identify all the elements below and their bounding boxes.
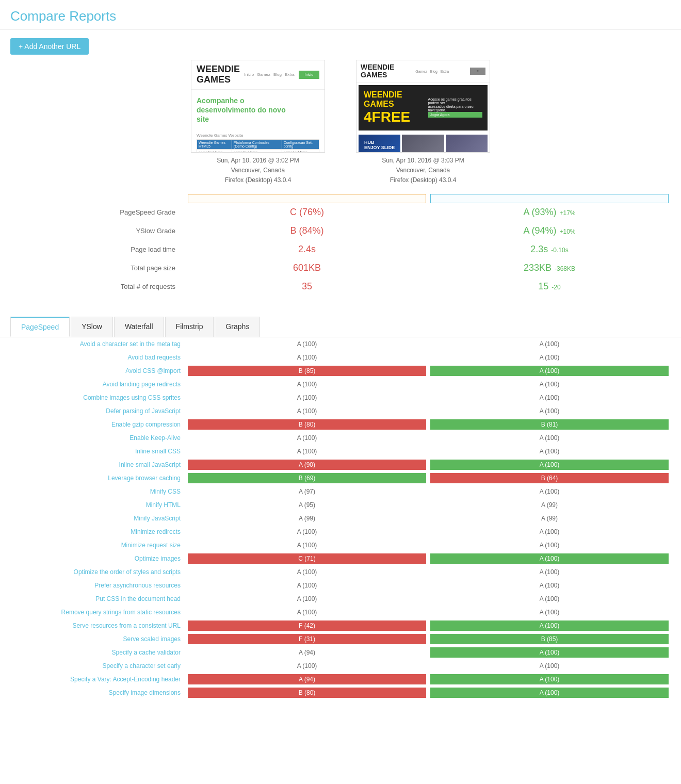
cell-2: A (100) — [428, 364, 671, 378]
tab-pagespeed[interactable]: PageSpeed — [10, 317, 70, 337]
cell-1: A (100) — [186, 606, 428, 619]
metric-value-2: A (94%)+10% — [430, 225, 669, 236]
row-label[interactable]: Specify a Vary: Accept-Encoding header — [10, 673, 186, 686]
cell-1: A (100) — [186, 525, 428, 538]
table-row: Remove query strings from static resourc… — [10, 606, 671, 619]
row-label[interactable]: Serve scaled images — [10, 632, 186, 646]
cell-1: A (100) — [186, 445, 428, 458]
row-label[interactable]: Enable Keep-Alive — [10, 431, 186, 445]
row-label[interactable]: Optimize images — [10, 552, 186, 565]
row-label[interactable]: Minimize request size — [10, 538, 186, 552]
table-row: Minimize redirectsA (100)A (100) — [10, 525, 671, 538]
row-label[interactable]: Leverage browser caching — [10, 471, 186, 485]
row-label[interactable]: Specify image dimensions — [10, 686, 186, 699]
row-label[interactable]: Put CSS in the document head — [10, 592, 186, 606]
cell-1: B (80) — [186, 686, 428, 699]
table-row: Serve scaled imagesF (31)B (85) — [10, 632, 671, 646]
cell-2: A (100) — [428, 552, 671, 565]
metrics-rows: PageSpeed GradeC (76%)A (93%)+17%YSlow G… — [10, 203, 671, 296]
metrics-labels-spacer — [10, 194, 186, 203]
table-row: Avoid CSS @importB (85)A (100) — [10, 364, 671, 378]
table-row: Optimize the order of styles and scripts… — [10, 565, 671, 579]
metric-row: Total # of requests3515-20 — [10, 277, 671, 296]
screenshot-2-info: Sun, Apr 10, 2016 @ 3:03 PM Vancouver, C… — [382, 156, 464, 186]
cell-1: A (94) — [186, 646, 428, 659]
cell-1: C (71) — [186, 552, 428, 565]
screenshot-1-info: Sun, Apr 10, 2016 @ 3:02 PM Vancouver, C… — [217, 156, 299, 186]
row-label[interactable]: Defer parsing of JavaScript — [10, 404, 186, 418]
row-label[interactable]: Minify JavaScript — [10, 512, 186, 525]
cell-1: A (100) — [186, 565, 428, 579]
cell-1: A (97) — [186, 485, 428, 498]
row-label[interactable]: Minify CSS — [10, 485, 186, 498]
row-label[interactable]: Remove query strings from static resourc… — [10, 606, 186, 619]
row-label[interactable]: Minify HTML — [10, 498, 186, 512]
row-label[interactable]: Avoid CSS @import — [10, 364, 186, 378]
cell-2: A (100) — [428, 337, 671, 351]
metric-value-1: 2.4s — [188, 244, 426, 255]
metric-value-1: C (76%) — [188, 207, 426, 218]
metric-row: Page load time2.4s2.3s-0.10s — [10, 240, 671, 259]
cell-2: A (100) — [428, 525, 671, 538]
metric-value-1: 35 — [188, 281, 426, 292]
metric-value-2: A (93%)+17% — [430, 207, 669, 218]
add-url-button[interactable]: + Add Another URL — [10, 38, 89, 55]
table-container: Avoid a character set in the meta tagA (… — [0, 337, 681, 699]
table-row: Serve resources from a consistent URLF (… — [10, 619, 671, 632]
metrics-col-2 — [430, 194, 669, 203]
cell-2: A (100) — [428, 391, 671, 404]
row-label[interactable]: Inline small CSS — [10, 445, 186, 458]
cell-2: A (100) — [428, 579, 671, 592]
tab-graphs[interactable]: Graphs — [215, 317, 260, 337]
cell-2: A (100) — [428, 458, 671, 471]
row-label[interactable]: Avoid bad requests — [10, 351, 186, 364]
tab-waterfall[interactable]: Waterfall — [114, 317, 164, 337]
table-row: Leverage browser cachingB (69)B (64) — [10, 471, 671, 485]
cell-1: B (80) — [186, 418, 428, 431]
row-label[interactable]: Prefer asynchronous resources — [10, 579, 186, 592]
tab-yslow[interactable]: YSlow — [71, 317, 113, 337]
row-label[interactable]: Avoid a character set in the meta tag — [10, 337, 186, 351]
table-row: Avoid bad requestsA (100)A (100) — [10, 351, 671, 364]
metric-label: PageSpeed Grade — [10, 208, 186, 216]
cell-1: A (95) — [186, 498, 428, 512]
cell-2: A (100) — [428, 659, 671, 673]
cell-2: A (100) — [428, 404, 671, 418]
cell-2: A (100) — [428, 686, 671, 699]
tab-filmstrip[interactable]: Filmstrip — [165, 317, 214, 337]
row-label[interactable]: Minimize redirects — [10, 525, 186, 538]
comparison-table: Avoid a character set in the meta tagA (… — [10, 337, 671, 699]
row-label[interactable]: Specify a character set early — [10, 659, 186, 673]
cell-1: A (94) — [186, 673, 428, 686]
metric-label: Page load time — [10, 246, 186, 253]
row-label[interactable]: Avoid landing page redirects — [10, 378, 186, 391]
cell-1: A (100) — [186, 404, 428, 418]
cell-2: A (100) — [428, 592, 671, 606]
metrics-section: PageSpeed GradeC (76%)A (93%)+17%YSlow G… — [0, 194, 681, 306]
row-label[interactable]: Optimize the order of styles and scripts — [10, 565, 186, 579]
screenshot-col-2: WEENDIEGAMES GamezBlogExtra ≡ WEENDIE GA… — [356, 60, 490, 186]
row-label[interactable]: Serve resources from a consistent URL — [10, 619, 186, 632]
cell-1: A (90) — [186, 458, 428, 471]
tabs-section: PageSpeedYSlowWaterfallFilmstripGraphs — [0, 306, 681, 337]
row-label[interactable]: Specify a cache validator — [10, 646, 186, 659]
screenshot-2: WEENDIEGAMES GamezBlogExtra ≡ WEENDIE GA… — [356, 60, 490, 153]
top-section: + Add Another URL WEENDIEGAMES InicioGam… — [0, 30, 681, 194]
table-row: Optimize imagesC (71)A (100) — [10, 552, 671, 565]
cell-2: A (100) — [428, 646, 671, 659]
row-label[interactable]: Inline small JavaScript — [10, 458, 186, 471]
cell-1: A (100) — [186, 337, 428, 351]
metric-value-1: B (84%) — [188, 225, 426, 236]
metrics-col-1 — [188, 194, 426, 203]
table-row: Avoid a character set in the meta tagA (… — [10, 337, 671, 351]
cell-1: A (100) — [186, 351, 428, 364]
row-label[interactable]: Enable gzip compression — [10, 418, 186, 431]
metric-row: YSlow GradeB (84%)A (94%)+10% — [10, 222, 671, 240]
cell-2: A (100) — [428, 619, 671, 632]
metric-label: Total # of requests — [10, 283, 186, 290]
cell-1: A (100) — [186, 538, 428, 552]
row-label[interactable]: Combine images using CSS sprites — [10, 391, 186, 404]
cell-1: A (100) — [186, 378, 428, 391]
cell-1: B (85) — [186, 364, 428, 378]
metric-row: Total page size601KB233KB-368KB — [10, 259, 671, 277]
